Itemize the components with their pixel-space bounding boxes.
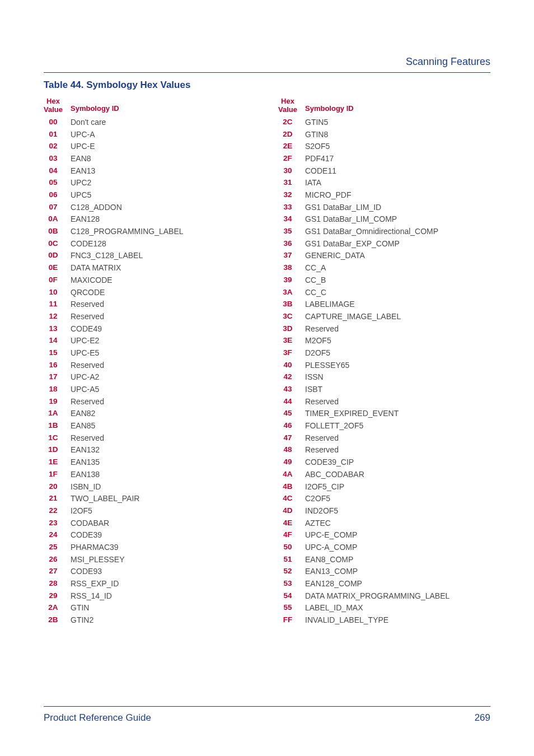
symbology-id: FOLLETT_2OF5: [305, 420, 455, 432]
symbology-id: Reserved: [71, 396, 189, 408]
footer-left: Product Reference Guide: [44, 712, 151, 724]
table-row: 2CGTIN5: [278, 116, 455, 129]
table-row: 1AEAN82: [44, 408, 189, 420]
table-row: 34GS1 DataBar_LIM_COMP: [278, 213, 455, 226]
symbology-id: INVALID_LABEL_TYPE: [305, 614, 455, 627]
symbology-id: CC_C: [305, 287, 455, 299]
symbology-id: UPC-A: [71, 129, 189, 141]
col-header-hex: HexValue: [278, 97, 305, 116]
table-row: 4DIND2OF5: [278, 505, 455, 517]
hex-value: 27: [44, 566, 71, 578]
table-row: 44Reserved: [278, 396, 455, 408]
symbology-id: UPC-E: [71, 141, 189, 153]
hex-value: 1C: [44, 432, 71, 445]
table-row: 40PLESSEY65: [278, 360, 455, 372]
col-header-symbology: Symbology ID: [71, 97, 189, 116]
hex-value: 25: [44, 542, 71, 554]
hex-value: 22: [44, 505, 71, 517]
symbology-id: C128_ADDON: [71, 202, 189, 214]
table-row: 47Reserved: [278, 432, 455, 445]
col-header-symbology: Symbology ID: [305, 97, 455, 116]
table-row: 3DReserved: [278, 323, 455, 335]
hex-value: 29: [44, 590, 71, 603]
symbology-id: Reserved: [305, 323, 455, 335]
hex-value: 19: [44, 396, 71, 408]
hex-value: 15: [44, 347, 71, 360]
hex-value: 45: [278, 408, 305, 420]
hex-value: 11: [44, 298, 71, 311]
hex-value: 03: [44, 153, 71, 165]
symbology-id: IATA: [305, 177, 455, 189]
hex-value: 3C: [278, 311, 305, 323]
table-row: 50UPC-A_COMP: [278, 542, 455, 554]
symbology-id: MAXICODE: [71, 274, 189, 287]
symbology-id: EAN13: [71, 165, 189, 178]
symbology-id: IND2OF5: [305, 505, 455, 517]
symbology-id: EAN128: [71, 213, 189, 226]
symbology-id: S2OF5: [305, 141, 455, 153]
symbology-id: QRCODE: [71, 287, 189, 299]
symbology-id: UPC2: [71, 177, 189, 189]
table-row: 3FD2OF5: [278, 347, 455, 360]
symbology-id: PHARMAC39: [71, 542, 189, 554]
hex-value: 04: [44, 165, 71, 178]
hex-value: 44: [278, 396, 305, 408]
hex-value: 1D: [44, 444, 71, 456]
hex-value: 00: [44, 116, 71, 129]
hex-value: 17: [44, 371, 71, 384]
hex-value: 0C: [44, 238, 71, 250]
table-row: 20ISBN_ID: [44, 481, 189, 493]
hex-value: 2B: [44, 614, 71, 627]
hex-value: 2C: [278, 116, 305, 129]
symbology-id: GTIN5: [305, 116, 455, 129]
symbology-id: GS1 DataBar_LIM_ID: [305, 202, 455, 214]
hex-value: 06: [44, 189, 71, 202]
table-row: 36GS1 DataBar_EXP_COMP: [278, 238, 455, 250]
hex-value: 48: [278, 444, 305, 456]
symbology-id: AZTEC: [305, 517, 455, 530]
symbology-id: Reserved: [305, 396, 455, 408]
symbology-id: DATA MATRIX: [71, 262, 189, 274]
hex-value: 13: [44, 323, 71, 335]
hex-value: 07: [44, 202, 71, 214]
symbology-id: GTIN: [71, 602, 189, 614]
table-row: 02UPC-E: [44, 141, 189, 153]
hex-value: 3D: [278, 323, 305, 335]
symbology-id: MICRO_PDF: [305, 189, 455, 202]
table-row: 49CODE39_CIP: [278, 456, 455, 469]
hex-value: 4E: [278, 517, 305, 530]
symbology-id: ISBN_ID: [71, 481, 189, 493]
table-row: 22I2OF5: [44, 505, 189, 517]
table-row: 1CReserved: [44, 432, 189, 445]
hex-value: 50: [278, 542, 305, 554]
hex-value: 35: [278, 226, 305, 238]
hex-value: 0A: [44, 213, 71, 226]
symbology-id: I2OF5: [71, 505, 189, 517]
table-row: 29RSS_14_ID: [44, 590, 189, 603]
table-row: 26MSI_PLESSEY: [44, 554, 189, 566]
col-header-hex: HexValue: [44, 97, 71, 116]
table-row: 3BLABELIMAGE: [278, 298, 455, 311]
symbology-id: Reserved: [305, 444, 455, 456]
symbology-id: CODE49: [71, 323, 189, 335]
hex-value: 39: [278, 274, 305, 287]
symbology-id: EAN8_COMP: [305, 554, 455, 566]
symbology-id: MSI_PLESSEY: [71, 554, 189, 566]
hex-value: 1A: [44, 408, 71, 420]
table-row: 1FEAN138: [44, 469, 189, 481]
hex-value: 4A: [278, 469, 305, 481]
table-row: 11Reserved: [44, 298, 189, 311]
table-row: 54DATA MATRIX_PROGRAMMING_LABEL: [278, 590, 455, 603]
symbology-table-right: HexValue Symbology ID 2CGTIN52DGTIN82ES2…: [278, 97, 455, 627]
table-row: 0EDATA MATRIX: [44, 262, 189, 274]
symbology-id: FNC3_C128_LABEL: [71, 250, 189, 262]
hex-value: 2D: [278, 129, 305, 141]
symbology-id: UPC-A2: [71, 371, 189, 384]
table-row: 31IATA: [278, 177, 455, 189]
symbology-id: GTIN2: [71, 614, 189, 627]
hex-value: 33: [278, 202, 305, 214]
table-row: 03EAN8: [44, 153, 189, 165]
symbology-id: Reserved: [71, 432, 189, 445]
table-row: 3ACC_C: [278, 287, 455, 299]
table-row: 17UPC-A2: [44, 371, 189, 384]
